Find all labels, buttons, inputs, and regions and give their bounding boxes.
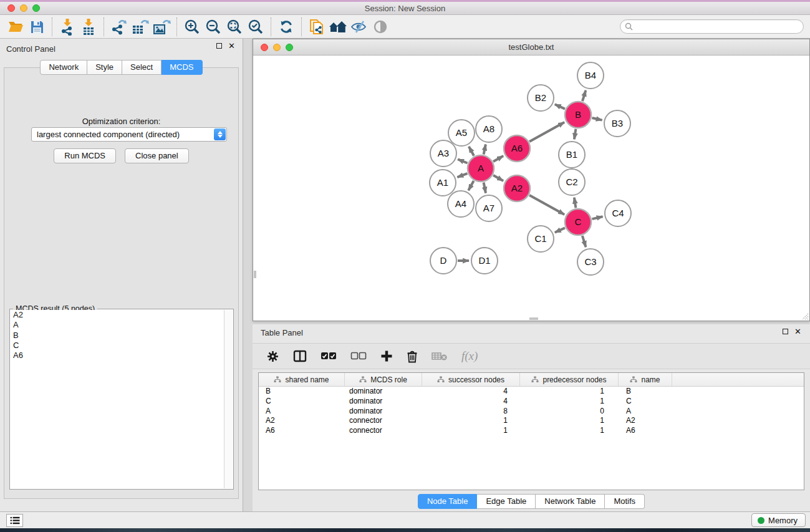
tab-select[interactable]: Select [122, 60, 162, 75]
show-network-button[interactable] [370, 17, 391, 37]
export-table-button[interactable] [130, 17, 151, 37]
graph-edge-C-C3[interactable] [582, 236, 586, 247]
tab-edge-table[interactable]: Edge Table [477, 494, 536, 509]
cell-predecessor[interactable]: 1 [520, 387, 619, 397]
export-image-button[interactable] [151, 17, 172, 37]
cell-predecessor[interactable]: 1 [520, 397, 619, 407]
open-file-button[interactable] [5, 17, 26, 37]
search-input[interactable] [635, 22, 803, 31]
network-vscrollbar-thumb[interactable] [254, 271, 256, 278]
zoom-out-button[interactable] [203, 17, 224, 37]
function-builder-button[interactable]: f(x) [461, 349, 478, 363]
cell-mcds_role[interactable]: connector [345, 416, 422, 426]
graph-edge-C-C4[interactable] [592, 216, 603, 219]
cell-successor[interactable]: 1 [422, 416, 520, 426]
optimization-criterion-dropdown[interactable]: largest connected component (directed) [31, 127, 227, 142]
table-row[interactable]: A6connector11A6 [259, 426, 804, 436]
import-table-button[interactable] [78, 17, 99, 37]
cell-name[interactable]: A [619, 407, 672, 417]
zoom-selected-button[interactable] [245, 17, 266, 37]
network-canvas[interactable]: B4B2BB3A8A5A6A3B1AA1C2A2A4A7C4CC1C3DD1 [253, 56, 809, 321]
mcds-result-list[interactable]: A2ABCA6 [11, 310, 224, 488]
close-panel-button[interactable]: Close panel [125, 148, 189, 163]
cell-mcds_role[interactable]: connector [345, 426, 422, 436]
create-column-button[interactable] [380, 350, 393, 362]
network-graph[interactable]: B4B2BB3A8A5A6A3B1AA1C2A2A4A7C4CC1C3DD1 [253, 56, 809, 321]
graph-edge-C-C2[interactable] [574, 198, 576, 208]
deselect-all-columns-button[interactable] [350, 352, 367, 360]
mcds-result-scrollbar[interactable] [224, 310, 233, 488]
cell-mcds_role[interactable]: dominator [345, 387, 422, 397]
cell-shared_name[interactable]: B [259, 387, 345, 397]
graph-edge-A-A6[interactable] [493, 156, 503, 162]
cell-successor[interactable]: 4 [422, 387, 520, 397]
graph-edge-B-B3[interactable] [592, 118, 602, 120]
graph-edge-A-A5[interactable] [469, 147, 474, 156]
column-header-predecessor-nodes[interactable]: predecessor nodes [520, 373, 619, 386]
close-panel-icon[interactable]: ✕ [228, 43, 235, 49]
cell-name[interactable]: C [619, 397, 672, 407]
column-header-name[interactable]: name [619, 373, 672, 386]
graph-edge-B-B4[interactable] [582, 90, 586, 101]
network-hscrollbar-thumb[interactable] [529, 317, 538, 320]
import-network-button[interactable] [57, 17, 78, 37]
graph-edge-B-B2[interactable] [555, 104, 565, 109]
float-panel-icon[interactable] [216, 43, 222, 49]
tab-motifs[interactable]: Motifs [605, 494, 645, 509]
graph-edge-A-A4[interactable] [468, 181, 474, 190]
cell-successor[interactable]: 4 [422, 397, 520, 407]
graph-edge-A-A2[interactable] [493, 175, 503, 181]
tab-network-table[interactable]: Network Table [536, 494, 605, 509]
network-window-titlebar[interactable]: testGlobe.txt [253, 39, 809, 56]
cell-predecessor[interactable]: 0 [520, 407, 619, 417]
show-panels-button[interactable] [6, 514, 23, 527]
cell-predecessor[interactable]: 1 [520, 426, 619, 436]
table-settings-button[interactable] [266, 350, 279, 363]
zoom-fit-button[interactable] [224, 17, 245, 37]
graph-edge-A-A1[interactable] [457, 173, 467, 177]
tab-style[interactable]: Style [87, 60, 122, 75]
table-row[interactable]: Bdominator41B [259, 387, 804, 397]
graph-edge-A-A7[interactable] [484, 183, 486, 193]
cell-mcds_role[interactable]: dominator [345, 407, 422, 417]
table-row[interactable]: Adominator80A [259, 407, 804, 417]
table-row[interactable]: A2connector11A2 [259, 416, 804, 426]
cell-shared_name[interactable]: C [259, 397, 345, 407]
tab-network[interactable]: Network [40, 60, 87, 75]
column-header-shared-name[interactable]: shared name [259, 373, 345, 386]
refresh-button[interactable] [276, 17, 297, 37]
graph-edge-A-A8[interactable] [484, 145, 486, 155]
graph-edge-B-B1[interactable] [574, 129, 576, 140]
search-field[interactable] [620, 19, 804, 34]
cell-mcds_role[interactable]: dominator [345, 397, 422, 407]
mcds-result-item[interactable]: A2 [11, 310, 224, 320]
cell-successor[interactable]: 1 [422, 426, 520, 436]
float-panel-icon[interactable] [783, 329, 788, 334]
resize-grip-icon[interactable] [800, 311, 809, 320]
run-mcds-button[interactable]: Run MCDS [54, 148, 116, 163]
select-all-columns-button[interactable] [321, 352, 337, 360]
hide-network-button[interactable] [349, 17, 370, 37]
delete-table-button[interactable] [432, 351, 448, 361]
cell-successor[interactable]: 8 [422, 407, 520, 417]
table-row[interactable]: Cdominator41C [259, 397, 804, 407]
cell-name[interactable]: A6 [619, 426, 672, 436]
export-network-button[interactable] [108, 17, 130, 37]
home-layout-button[interactable] [327, 17, 349, 37]
mcds-result-item[interactable]: A6 [11, 351, 224, 360]
cell-predecessor[interactable]: 1 [520, 416, 619, 426]
tab-node-table[interactable]: Node Table [418, 494, 478, 509]
mcds-result-item[interactable]: C [11, 341, 224, 351]
mcds-result-item[interactable]: A [11, 320, 224, 330]
cell-shared_name[interactable]: A [259, 407, 345, 417]
cell-shared_name[interactable]: A2 [259, 416, 345, 426]
mcds-result-item[interactable]: B [11, 331, 224, 341]
graph-edge-A-A3[interactable] [458, 159, 467, 163]
zoom-in-button[interactable] [181, 17, 203, 37]
cell-name[interactable]: B [619, 387, 672, 397]
cell-name[interactable]: A2 [619, 416, 672, 426]
cell-shared_name[interactable]: A6 [259, 426, 345, 436]
column-header-successor-nodes[interactable]: successor nodes [422, 373, 520, 386]
graph-edge-C-C1[interactable] [555, 228, 565, 232]
delete-column-button[interactable] [407, 350, 418, 363]
